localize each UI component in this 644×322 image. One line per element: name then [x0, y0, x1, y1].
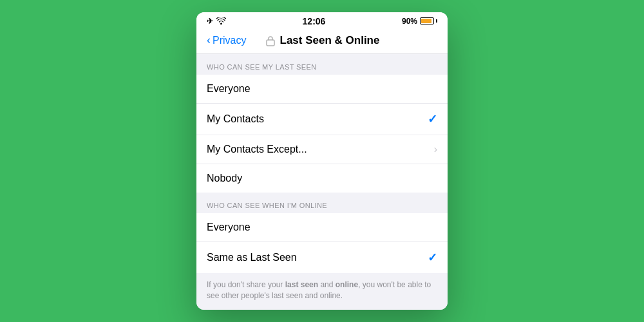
item-label-online-everyone: Everyone — [207, 222, 251, 233]
item-label-my-contacts: My Contacts — [207, 113, 264, 125]
list-item-same-as-last-seen[interactable]: Same as Last Seen ✓ — [196, 242, 448, 273]
section2-list: Everyone Same as Last Seen ✓ — [196, 213, 448, 273]
svg-rect-0 — [267, 40, 274, 46]
list-item-my-contacts-except[interactable]: My Contacts Except... › — [196, 135, 448, 164]
item-label-same-as-last-seen: Same as Last Seen — [207, 252, 297, 263]
section1-header: WHO CAN SEE MY LAST SEEN — [196, 54, 448, 75]
list-item-online-everyone[interactable]: Everyone — [196, 213, 448, 242]
status-time: 12:06 — [303, 16, 326, 26]
item-label-everyone: Everyone — [207, 83, 251, 95]
item-label-my-contacts-except: My Contacts Except... — [207, 144, 307, 155]
footer-bold-last-seen: last seen — [285, 280, 318, 289]
phone-frame: ✈ 12:06 90% ‹ Privacy — [196, 12, 448, 310]
back-chevron-icon: ‹ — [207, 34, 211, 46]
status-left: ✈ — [207, 17, 226, 26]
back-button[interactable]: ‹ Privacy — [207, 35, 258, 46]
nav-lock-icon — [265, 35, 276, 46]
list-item-nobody[interactable]: Nobody — [196, 164, 448, 193]
checkmark-my-contacts: ✓ — [428, 112, 437, 126]
chevron-right-icon: › — [434, 144, 437, 155]
footer-bold-online: online — [336, 280, 358, 289]
nav-bar: ‹ Privacy Last Seen & Online — [196, 29, 448, 54]
airplane-icon: ✈ — [207, 17, 213, 26]
phone-content: WHO CAN SEE MY LAST SEEN Everyone My Con… — [196, 54, 448, 310]
list-item-everyone[interactable]: Everyone — [196, 75, 448, 104]
footer-text: If you don't share your last seen and on… — [207, 280, 431, 300]
battery-percent: 90% — [402, 17, 417, 26]
status-right: 90% — [402, 17, 437, 26]
nav-title: Last Seen & Online — [280, 34, 380, 47]
item-label-nobody: Nobody — [207, 173, 242, 184]
footer-note: If you don't share your last seen and on… — [196, 273, 448, 310]
checkmark-same-as-last-seen: ✓ — [428, 251, 437, 265]
wifi-icon — [216, 17, 226, 24]
nav-title-wrapper: Last Seen & Online — [258, 34, 386, 47]
section1-list: Everyone My Contacts ✓ My Contacts Excep… — [196, 75, 448, 193]
section2-header: WHO CAN SEE WHEN I'M ONLINE — [196, 193, 448, 213]
battery-icon — [420, 17, 437, 24]
list-item-my-contacts[interactable]: My Contacts ✓ — [196, 104, 448, 135]
status-bar: ✈ 12:06 90% — [196, 12, 448, 29]
back-label: Privacy — [213, 35, 246, 46]
